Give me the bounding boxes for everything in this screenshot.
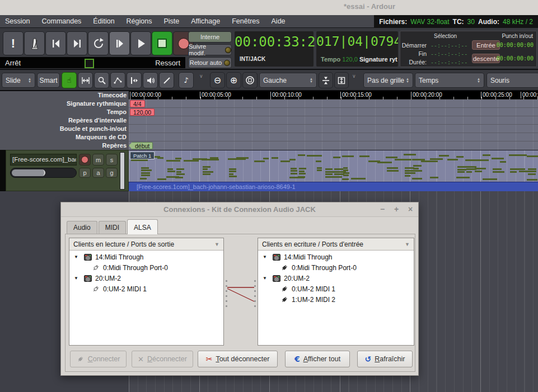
note-edit-tool-button[interactable]: ♪ — [179, 72, 194, 88]
ruler-label-loop-punch[interactable]: Boucle et punch-in/out — [0, 125, 127, 133]
smart-mode-button[interactable]: Smart — [37, 73, 60, 88]
audition-tool-button[interactable] — [143, 72, 158, 88]
writable-panel-header[interactable]: Clients en ecriture / Ports d'entrée ▼ — [258, 238, 414, 251]
maximize-button[interactable]: + — [392, 205, 401, 214]
track-mute-button[interactable]: m — [92, 154, 104, 166]
port-row[interactable]: 1:UM-2 MIDI 2 — [258, 294, 414, 305]
metronome-button[interactable] — [24, 31, 45, 55]
ruler-label-timecode[interactable]: Timecode — [0, 91, 127, 100]
snap-mode-combo[interactable]: Pas de grille ▲▼ — [363, 73, 413, 88]
menu-affichage[interactable]: Affichage — [191, 17, 220, 25]
punch-out-button[interactable]: descente — [472, 54, 500, 63]
zoom-in-button[interactable]: ⊕ — [226, 72, 241, 88]
port-row[interactable]: 0:Midi Through Port-0 — [69, 262, 223, 273]
selection-duration-value[interactable]: --:--:--:-- — [431, 59, 467, 65]
edit-mode-combo[interactable]: Slide ▲▼ — [2, 73, 35, 88]
tempo-marker[interactable]: 120,00 — [130, 108, 155, 116]
follow-edits-button[interactable]: Suivre modif. — [188, 44, 232, 55]
punch-out-time[interactable]: 00:00:00:00 — [497, 55, 534, 62]
marker-ruler[interactable] — [129, 141, 538, 150]
draw-tool-button[interactable] — [110, 72, 125, 88]
disconnect-button[interactable]: ✕ Déconnecter — [132, 351, 193, 367]
punch-in-button[interactable]: Entrée — [472, 40, 500, 50]
client-row[interactable]: ▼ 14:Midi Through — [258, 252, 414, 262]
track-gain-fader[interactable] — [10, 168, 77, 178]
refresh-button[interactable]: ↺ Rafraîchir — [357, 351, 413, 367]
port-row[interactable]: 0:UM-2 MIDI 1 — [69, 284, 223, 294]
sync-source-button[interactable]: Interne — [188, 31, 232, 42]
menu-edition[interactable]: Édition — [93, 17, 114, 25]
edit-point-combo[interactable]: Souris — [486, 73, 538, 88]
window-titlebar[interactable]: *essai - Ardour — [0, 0, 538, 15]
signature-ruler[interactable] — [129, 100, 538, 108]
expander-icon[interactable]: ▼ — [74, 276, 81, 281]
expand-all-button[interactable]: € Afficher tout — [285, 351, 350, 367]
patch-change-badge[interactable]: Patch 1 — [130, 152, 155, 159]
play-range-button[interactable] — [109, 31, 130, 55]
zoom-tool-button[interactable] — [94, 72, 109, 88]
midi-panic-button[interactable]: ! — [3, 31, 24, 55]
goto-start-button[interactable] — [45, 31, 66, 55]
cd-marker-ruler[interactable] — [129, 133, 538, 141]
zoom-session-button[interactable] — [242, 72, 258, 88]
connect-button[interactable]: Connecter — [70, 351, 127, 367]
range-ruler[interactable] — [129, 116, 538, 125]
punch-in-time[interactable]: 00:00:00:00 — [497, 42, 534, 48]
track-solo-button[interactable]: s — [106, 154, 118, 166]
midi-region[interactable]: Patch 1 [Free-scores.1com]_bach-johann-s… — [129, 150, 538, 191]
dialog-titlebar[interactable]: Connexions - Kit de Connexion Audio JACK… — [61, 202, 418, 217]
menu-aide[interactable]: Aide — [272, 17, 286, 25]
client-row[interactable]: ▼ 20:UM-2 — [258, 273, 414, 284]
grid-unit-combo[interactable]: Temps ▲▼ — [415, 73, 484, 88]
time-signature-marker[interactable]: 4/4 — [130, 100, 145, 107]
track-name-field[interactable]: [Free-scores.com]_bac — [10, 154, 77, 166]
auto-return-button[interactable]: Retour auto — [188, 57, 232, 68]
track-playlist-button[interactable]: p — [79, 168, 91, 178]
menu-fenetres[interactable]: Fenêtres — [232, 17, 259, 25]
tab-alsa[interactable]: ALSA — [127, 219, 158, 234]
play-button[interactable] — [130, 31, 151, 55]
cut-tool-button[interactable] — [159, 72, 174, 88]
stretch-tool-button[interactable] — [127, 72, 142, 88]
close-button[interactable]: × — [406, 205, 415, 214]
tab-midi[interactable]: MIDI — [99, 221, 126, 234]
menu-regions[interactable]: Régions — [127, 17, 152, 25]
menu-piste[interactable]: Piste — [163, 17, 179, 25]
ruler-label-signature[interactable]: Signature rythmique — [0, 100, 127, 108]
ruler-label-cd-markers[interactable]: Marqueurs de CD — [0, 133, 127, 141]
secondary-clock[interactable]: 017|04|0794 Tempo 120,0 Signature ryt — [316, 31, 398, 67]
client-row[interactable]: ▼ 14:Midi Through — [69, 252, 223, 262]
expand-vertical-button[interactable] — [334, 72, 349, 88]
tempo-ruler[interactable] — [129, 108, 538, 116]
expander-icon[interactable]: ▼ — [74, 254, 81, 259]
track-header[interactable]: [Free-scores.com]_bac m s p a g — [6, 150, 129, 191]
ruler-label-markers[interactable]: Repères — [0, 141, 127, 150]
port-row[interactable]: 0:Midi Through Port-0 — [258, 262, 414, 273]
selection-end-value[interactable]: --:--:--:-- — [431, 51, 467, 57]
track-record-button[interactable] — [79, 154, 91, 166]
grab-tool-button[interactable]: ☝ — [62, 72, 77, 88]
disconnect-all-button[interactable]: ✂ Tout déconnecter — [198, 351, 278, 367]
readable-panel-header[interactable]: Clients en lecture / Ports de sortie ▼ — [69, 238, 223, 251]
client-row[interactable]: ▼ 20:UM-2 — [69, 273, 223, 284]
tab-audio[interactable]: Audio — [67, 221, 97, 234]
minimize-button[interactable]: − — [378, 205, 387, 214]
track-automation-button[interactable]: a — [92, 168, 104, 178]
selection-start-value[interactable]: --:--:--:-- — [431, 42, 467, 49]
loop-button[interactable] — [88, 31, 109, 55]
solo-indicator-checkbox[interactable] — [85, 59, 94, 68]
ruler-label-tempo[interactable]: Tempo — [0, 108, 127, 116]
primary-clock[interactable]: 00:00:33:21 INT/JACK — [235, 31, 314, 67]
goto-end-button[interactable] — [67, 31, 87, 55]
stop-button[interactable] — [152, 31, 172, 55]
ruler-label-ranges[interactable]: Repères d'intervalle — [0, 116, 127, 125]
range-tool-button[interactable] — [78, 72, 93, 88]
menu-session[interactable]: Session — [5, 17, 30, 25]
location-marker[interactable]: début — [129, 142, 153, 149]
fit-vertical-button[interactable] — [319, 72, 333, 88]
zoom-out-button[interactable]: ⊖ — [210, 72, 225, 88]
loop-punch-ruler[interactable] — [129, 125, 538, 133]
zoom-focus-combo[interactable]: Gauche ▲▼ — [259, 73, 317, 88]
port-row[interactable]: 0:UM-2 MIDI 1 — [258, 284, 414, 294]
expander-icon[interactable]: ▼ — [263, 254, 269, 259]
